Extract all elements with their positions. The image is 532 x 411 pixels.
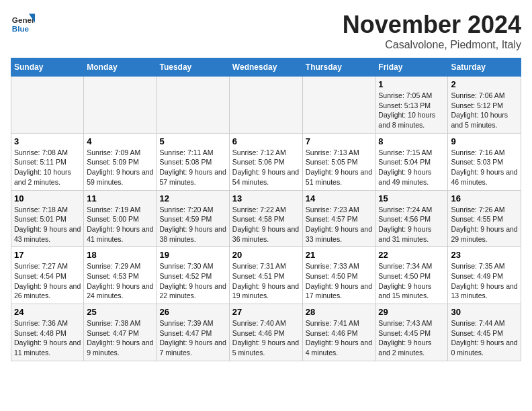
day-number: 11 <box>87 193 153 203</box>
day-number: 28 <box>306 307 373 317</box>
calendar-cell: 3Sunrise: 7:08 AM Sunset: 5:11 PM Daylig… <box>11 133 84 190</box>
day-number: 17 <box>14 250 81 260</box>
day-details: Sunrise: 7:23 AM Sunset: 4:57 PM Dayligh… <box>306 205 373 244</box>
calendar-cell: 22Sunrise: 7:34 AM Sunset: 4:50 PM Dayli… <box>375 247 448 304</box>
day-details: Sunrise: 7:36 AM Sunset: 4:48 PM Dayligh… <box>14 318 81 358</box>
calendar-cell: 27Sunrise: 7:40 AM Sunset: 4:46 PM Dayli… <box>229 304 302 361</box>
month-title: November 2024 <box>343 11 521 39</box>
day-details: Sunrise: 7:24 AM Sunset: 4:56 PM Dayligh… <box>378 205 445 244</box>
calendar-week-4: 17Sunrise: 7:27 AM Sunset: 4:54 PM Dayli… <box>11 247 521 304</box>
day-header-wednesday: Wednesday <box>229 58 302 77</box>
calendar-cell: 14Sunrise: 7:23 AM Sunset: 4:57 PM Dayli… <box>302 190 375 247</box>
day-number: 7 <box>306 136 373 146</box>
day-number: 15 <box>378 193 445 203</box>
day-details: Sunrise: 7:39 AM Sunset: 4:47 PM Dayligh… <box>160 318 226 358</box>
title-block: November 2024 Casalvolone, Piedmont, Ita… <box>343 11 521 51</box>
day-number: 25 <box>87 307 153 317</box>
day-number: 9 <box>451 136 518 146</box>
day-number: 29 <box>378 307 445 317</box>
day-details: Sunrise: 7:11 AM Sunset: 5:08 PM Dayligh… <box>160 148 226 187</box>
day-number: 24 <box>14 307 81 317</box>
day-number: 26 <box>160 307 226 317</box>
calendar-cell: 6Sunrise: 7:12 AM Sunset: 5:06 PM Daylig… <box>229 133 302 190</box>
day-header-friday: Friday <box>375 58 448 77</box>
calendar-cell: 7Sunrise: 7:13 AM Sunset: 5:05 PM Daylig… <box>302 133 375 190</box>
day-details: Sunrise: 7:35 AM Sunset: 4:49 PM Dayligh… <box>451 261 518 301</box>
calendar-cell: 8Sunrise: 7:15 AM Sunset: 5:04 PM Daylig… <box>375 133 448 190</box>
logo: General Blue <box>11 11 35 35</box>
day-number: 5 <box>160 136 226 146</box>
day-details: Sunrise: 7:40 AM Sunset: 4:46 PM Dayligh… <box>232 318 300 358</box>
day-details: Sunrise: 7:20 AM Sunset: 4:59 PM Dayligh… <box>160 205 226 244</box>
day-number: 14 <box>306 193 373 203</box>
day-number: 16 <box>451 193 518 203</box>
calendar-cell: 17Sunrise: 7:27 AM Sunset: 4:54 PM Dayli… <box>11 247 84 304</box>
calendar-cell: 25Sunrise: 7:38 AM Sunset: 4:47 PM Dayli… <box>84 304 157 361</box>
day-details: Sunrise: 7:31 AM Sunset: 4:51 PM Dayligh… <box>232 261 300 301</box>
calendar-cell: 20Sunrise: 7:31 AM Sunset: 4:51 PM Dayli… <box>229 247 302 304</box>
calendar-cell: 11Sunrise: 7:19 AM Sunset: 5:00 PM Dayli… <box>84 190 157 247</box>
calendar-week-2: 3Sunrise: 7:08 AM Sunset: 5:11 PM Daylig… <box>11 133 521 190</box>
day-details: Sunrise: 7:38 AM Sunset: 4:47 PM Dayligh… <box>87 318 153 358</box>
day-number: 8 <box>378 136 445 146</box>
calendar-cell: 26Sunrise: 7:39 AM Sunset: 4:47 PM Dayli… <box>157 304 229 361</box>
day-number: 2 <box>451 79 518 89</box>
calendar-cell: 4Sunrise: 7:09 AM Sunset: 5:09 PM Daylig… <box>84 133 157 190</box>
calendar-cell: 29Sunrise: 7:43 AM Sunset: 4:45 PM Dayli… <box>375 304 448 361</box>
calendar-cell <box>302 77 375 134</box>
calendar-cell <box>11 77 84 134</box>
calendar-cell <box>229 77 302 134</box>
day-number: 4 <box>87 136 153 146</box>
day-header-thursday: Thursday <box>302 58 375 77</box>
day-number: 27 <box>232 307 300 317</box>
calendar-body: 1Sunrise: 7:05 AM Sunset: 5:13 PM Daylig… <box>11 77 521 361</box>
day-details: Sunrise: 7:43 AM Sunset: 4:45 PM Dayligh… <box>378 318 445 358</box>
day-details: Sunrise: 7:33 AM Sunset: 4:50 PM Dayligh… <box>306 261 373 301</box>
day-number: 22 <box>378 250 445 260</box>
day-header-tuesday: Tuesday <box>157 58 229 77</box>
day-details: Sunrise: 7:09 AM Sunset: 5:09 PM Dayligh… <box>87 148 153 187</box>
day-details: Sunrise: 7:44 AM Sunset: 4:45 PM Dayligh… <box>451 318 518 358</box>
calendar-cell: 9Sunrise: 7:16 AM Sunset: 5:03 PM Daylig… <box>448 133 521 190</box>
calendar-cell: 2Sunrise: 7:06 AM Sunset: 5:12 PM Daylig… <box>448 77 521 134</box>
svg-text:Blue: Blue <box>12 24 30 33</box>
page-header: General Blue November 2024 Casalvolone, … <box>11 11 521 51</box>
calendar-cell: 1Sunrise: 7:05 AM Sunset: 5:13 PM Daylig… <box>375 77 448 134</box>
day-number: 20 <box>232 250 300 260</box>
calendar-cell: 12Sunrise: 7:20 AM Sunset: 4:59 PM Dayli… <box>157 190 229 247</box>
calendar-cell: 18Sunrise: 7:29 AM Sunset: 4:53 PM Dayli… <box>84 247 157 304</box>
day-details: Sunrise: 7:27 AM Sunset: 4:54 PM Dayligh… <box>14 261 81 301</box>
calendar-table: SundayMondayTuesdayWednesdayThursdayFrid… <box>11 58 521 361</box>
day-details: Sunrise: 7:15 AM Sunset: 5:04 PM Dayligh… <box>378 148 445 187</box>
day-details: Sunrise: 7:18 AM Sunset: 5:01 PM Dayligh… <box>14 205 81 244</box>
day-details: Sunrise: 7:13 AM Sunset: 5:05 PM Dayligh… <box>306 148 373 187</box>
calendar-cell: 10Sunrise: 7:18 AM Sunset: 5:01 PM Dayli… <box>11 190 84 247</box>
logo-icon: General Blue <box>11 11 35 35</box>
day-number: 3 <box>14 136 81 146</box>
day-details: Sunrise: 7:41 AM Sunset: 4:46 PM Dayligh… <box>306 318 373 358</box>
calendar-cell: 13Sunrise: 7:22 AM Sunset: 4:58 PM Dayli… <box>229 190 302 247</box>
calendar-cell: 15Sunrise: 7:24 AM Sunset: 4:56 PM Dayli… <box>375 190 448 247</box>
calendar-cell: 16Sunrise: 7:26 AM Sunset: 4:55 PM Dayli… <box>448 190 521 247</box>
calendar-cell: 5Sunrise: 7:11 AM Sunset: 5:08 PM Daylig… <box>157 133 229 190</box>
day-details: Sunrise: 7:12 AM Sunset: 5:06 PM Dayligh… <box>232 148 300 187</box>
day-details: Sunrise: 7:29 AM Sunset: 4:53 PM Dayligh… <box>87 261 153 301</box>
day-details: Sunrise: 7:16 AM Sunset: 5:03 PM Dayligh… <box>451 148 518 187</box>
day-details: Sunrise: 7:26 AM Sunset: 4:55 PM Dayligh… <box>451 205 518 244</box>
day-number: 21 <box>306 250 373 260</box>
day-number: 10 <box>14 193 81 203</box>
day-details: Sunrise: 7:34 AM Sunset: 4:50 PM Dayligh… <box>378 261 445 301</box>
day-details: Sunrise: 7:30 AM Sunset: 4:52 PM Dayligh… <box>160 261 226 301</box>
day-number: 23 <box>451 250 518 260</box>
calendar-header-row: SundayMondayTuesdayWednesdayThursdayFrid… <box>11 58 521 77</box>
day-details: Sunrise: 7:05 AM Sunset: 5:13 PM Dayligh… <box>378 91 445 130</box>
calendar-week-5: 24Sunrise: 7:36 AM Sunset: 4:48 PM Dayli… <box>11 304 521 361</box>
day-number: 1 <box>378 79 445 89</box>
day-number: 18 <box>87 250 153 260</box>
calendar-cell: 28Sunrise: 7:41 AM Sunset: 4:46 PM Dayli… <box>302 304 375 361</box>
day-number: 13 <box>232 193 300 203</box>
day-header-monday: Monday <box>84 58 157 77</box>
calendar-cell: 21Sunrise: 7:33 AM Sunset: 4:50 PM Dayli… <box>302 247 375 304</box>
day-details: Sunrise: 7:08 AM Sunset: 5:11 PM Dayligh… <box>14 148 81 187</box>
calendar-cell <box>84 77 157 134</box>
